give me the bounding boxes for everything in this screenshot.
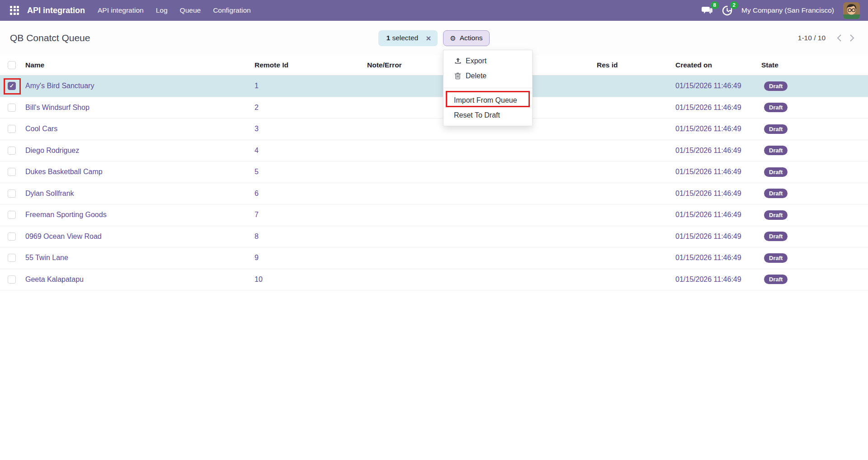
table-row[interactable]: Dukes Basketball Camp501/15/2026 11:46:4… — [0, 161, 868, 183]
cell-remote-id[interactable]: 10 — [249, 275, 362, 284]
menu-item-export[interactable]: Export — [443, 53, 532, 68]
column-header-state[interactable]: State — [756, 61, 868, 69]
table-row[interactable]: Cool Cars301/15/2026 11:46:49Draft — [0, 119, 868, 140]
company-switcher[interactable]: My Company (San Francisco) — [741, 6, 834, 14]
cell-created-on[interactable]: 01/15/2026 11:46:49 — [670, 104, 756, 112]
selection-toolbar: 1 selected × ⚙ Actions — [378, 30, 489, 46]
cell-name[interactable]: Cool Cars — [20, 125, 249, 133]
cell-name[interactable]: Amy's Bird Sanctuary — [20, 82, 249, 90]
column-header-name[interactable]: Name — [20, 61, 249, 69]
cell-name[interactable]: Dukes Basketball Camp — [20, 168, 249, 176]
table-row[interactable]: Dylan Sollfrank601/15/2026 11:46:49Draft — [0, 183, 868, 205]
row-checkbox-checked[interactable]: ✓ — [8, 82, 16, 90]
cell-name[interactable]: 0969 Ocean View Road — [20, 232, 249, 241]
messages-icon[interactable]: 8 — [702, 5, 713, 15]
row-checkbox[interactable] — [8, 211, 16, 219]
actions-dropdown-menu: ExportDeleteImport From QueueReset To Dr… — [443, 50, 533, 126]
state-badge: Draft — [764, 103, 788, 112]
cell-name[interactable]: Diego Rodriguez — [20, 147, 249, 155]
state-badge: Draft — [764, 146, 788, 155]
cell-created-on[interactable]: 01/15/2026 11:46:49 — [670, 211, 756, 219]
menu-item-import-from-queue[interactable]: Import From Queue — [443, 93, 532, 108]
menu-item-reset-to-draft[interactable]: Reset To Draft — [443, 108, 532, 123]
cell-created-on[interactable]: 01/15/2026 11:46:49 — [670, 82, 756, 90]
select-all-checkbox[interactable] — [8, 61, 16, 69]
cell-remote-id[interactable]: 8 — [249, 232, 362, 241]
row-checkbox[interactable] — [8, 275, 16, 284]
row-checkbox[interactable] — [8, 232, 16, 241]
trash-icon — [454, 72, 462, 80]
cell-created-on[interactable]: 01/15/2026 11:46:49 — [670, 190, 756, 198]
app-name[interactable]: API integration — [27, 6, 85, 15]
cell-remote-id[interactable]: 1 — [249, 82, 362, 90]
cell-created-on[interactable]: 01/15/2026 11:46:49 — [670, 254, 756, 262]
cell-remote-id[interactable]: 3 — [249, 125, 362, 133]
table-header-row: Name Remote Id Note/Error Res id Created… — [0, 55, 868, 76]
row-checkbox[interactable] — [8, 104, 16, 112]
state-badge: Draft — [764, 232, 788, 241]
cell-name[interactable]: Bill's Windsurf Shop — [20, 104, 249, 112]
state-badge: Draft — [764, 210, 788, 220]
menu-item-label: Delete — [466, 72, 486, 80]
column-header-res-id[interactable]: Res id — [591, 61, 670, 69]
control-panel: QB Conatct Queue 1 selected × ⚙ Actions … — [0, 21, 868, 55]
cell-created-on[interactable]: 01/15/2026 11:46:49 — [670, 168, 756, 176]
nav-item-api-integration[interactable]: API integration — [98, 6, 144, 14]
cell-state: Draft — [756, 146, 868, 155]
pager-previous-button[interactable] — [833, 32, 845, 44]
close-icon[interactable]: × — [425, 34, 432, 43]
user-avatar[interactable] — [843, 2, 860, 19]
cell-name[interactable]: Geeta Kalapatapu — [20, 275, 249, 284]
cell-remote-id[interactable]: 5 — [249, 168, 362, 176]
cell-name[interactable]: 55 Twin Lane — [20, 254, 249, 262]
row-checkbox-cell — [0, 168, 20, 176]
navbar-right: 8 2 My Company (San Francisco) — [702, 2, 860, 19]
pager-next-button[interactable] — [845, 32, 858, 44]
table-row[interactable]: Geeta Kalapatapu1001/15/2026 11:46:49Dra… — [0, 269, 868, 291]
row-checkbox[interactable] — [8, 254, 16, 262]
gear-icon: ⚙ — [450, 35, 456, 42]
cell-created-on[interactable]: 01/15/2026 11:46:49 — [670, 147, 756, 155]
cell-created-on[interactable]: 01/15/2026 11:46:49 — [670, 275, 756, 284]
state-badge: Draft — [764, 124, 788, 134]
table-row[interactable]: ✓Amy's Bird Sanctuary101/15/2026 11:46:4… — [0, 76, 868, 97]
row-checkbox[interactable] — [8, 168, 16, 176]
table-row[interactable]: Freeman Sporting Goods701/15/2026 11:46:… — [0, 204, 868, 226]
state-badge: Draft — [764, 275, 788, 284]
nav-item-configration[interactable]: Configration — [213, 6, 251, 14]
cell-name[interactable]: Dylan Sollfrank — [20, 190, 249, 198]
row-checkbox-cell — [0, 104, 20, 112]
menu-item-delete[interactable]: Delete — [443, 68, 532, 83]
cell-state: Draft — [756, 189, 868, 198]
apps-grid-icon[interactable] — [10, 6, 19, 15]
column-header-remote-id[interactable]: Remote Id — [249, 61, 362, 69]
breadcrumb: QB Conatct Queue — [0, 33, 378, 43]
table-row[interactable]: 55 Twin Lane901/15/2026 11:46:49Draft — [0, 247, 868, 269]
cell-remote-id[interactable]: 4 — [249, 147, 362, 155]
cell-remote-id[interactable]: 9 — [249, 254, 362, 262]
row-checkbox-cell — [0, 275, 20, 284]
cell-remote-id[interactable]: 7 — [249, 211, 362, 219]
table-body: ✓Amy's Bird Sanctuary101/15/2026 11:46:4… — [0, 76, 868, 290]
selected-chip: 1 selected × — [378, 30, 438, 46]
table-row[interactable]: Diego Rodriguez401/15/2026 11:46:49Draft — [0, 140, 868, 162]
cell-remote-id[interactable]: 6 — [249, 190, 362, 198]
selected-count: 1 — [386, 34, 390, 42]
actions-button[interactable]: ⚙ Actions — [443, 30, 489, 46]
row-checkbox[interactable] — [8, 190, 16, 198]
cell-name[interactable]: Freeman Sporting Goods — [20, 211, 249, 219]
row-checkbox[interactable] — [8, 147, 16, 155]
table-row[interactable]: 0969 Ocean View Road801/15/2026 11:46:49… — [0, 226, 868, 248]
row-checkbox[interactable] — [8, 125, 16, 133]
cell-created-on[interactable]: 01/15/2026 11:46:49 — [670, 232, 756, 241]
nav-item-log[interactable]: Log — [156, 6, 168, 14]
cell-created-on[interactable]: 01/15/2026 11:46:49 — [670, 125, 756, 133]
row-checkbox-cell — [0, 190, 20, 198]
activities-icon[interactable]: 2 — [722, 5, 732, 16]
row-checkbox-cell — [0, 147, 20, 155]
state-badge: Draft — [764, 189, 788, 198]
table-row[interactable]: Bill's Windsurf Shop201/15/2026 11:46:49… — [0, 97, 868, 119]
cell-remote-id[interactable]: 2 — [249, 104, 362, 112]
column-header-created-on[interactable]: Created on — [670, 61, 756, 69]
nav-item-queue[interactable]: Queue — [180, 6, 201, 14]
